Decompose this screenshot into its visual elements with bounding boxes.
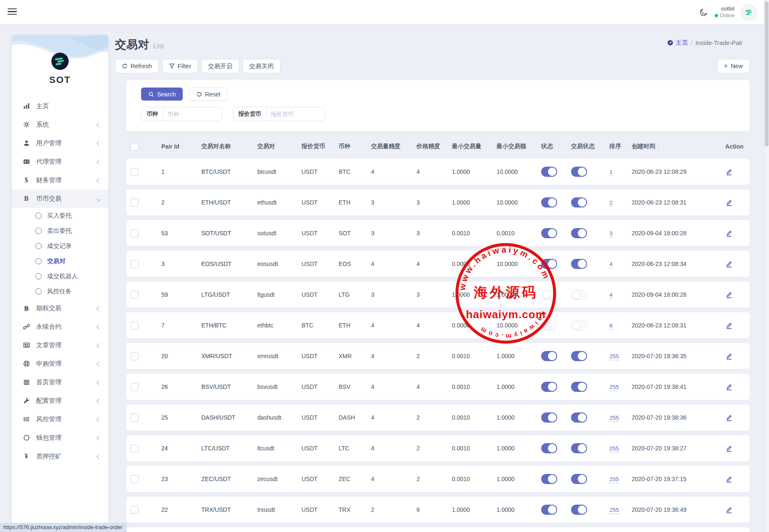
reset-button[interactable]: Reset	[189, 88, 228, 101]
sort-value-link[interactable]: 255	[609, 445, 619, 452]
sidebar-item[interactable]: 申购管理	[12, 354, 108, 373]
sidebar-item[interactable]: 永续合约	[12, 317, 108, 336]
row-checkbox[interactable]	[131, 475, 139, 483]
sort-value-link[interactable]: 255	[609, 384, 619, 391]
edit-icon[interactable]	[725, 291, 750, 298]
row-checkbox[interactable]	[131, 383, 139, 391]
quote-filter-input[interactable]	[267, 107, 325, 121]
sidebar-item[interactable]: 首页管理	[12, 373, 108, 391]
trade-status-toggle[interactable]	[571, 259, 587, 269]
select-all-checkbox[interactable]	[131, 143, 139, 151]
status-toggle[interactable]	[541, 443, 557, 453]
edit-icon[interactable]	[725, 506, 750, 513]
trade-status-toggle[interactable]	[571, 290, 587, 300]
status-toggle[interactable]	[541, 197, 557, 207]
row-checkbox[interactable]	[131, 229, 139, 237]
sort-value-link[interactable]: 255	[609, 415, 619, 422]
sort-value-link[interactable]: 2	[609, 200, 613, 207]
edit-icon[interactable]	[725, 444, 750, 452]
sort-value-link[interactable]: 255	[609, 507, 619, 514]
sidebar-item[interactable]: 钱包管理	[12, 428, 108, 447]
edit-icon[interactable]	[725, 352, 750, 360]
edit-icon[interactable]	[725, 229, 750, 237]
edit-icon[interactable]	[725, 475, 750, 483]
row-checkbox[interactable]	[131, 506, 139, 514]
sidebar-item[interactable]: 文章管理	[12, 336, 108, 354]
toolbar-button[interactable]: Filter	[162, 59, 198, 73]
row-checkbox[interactable]	[131, 352, 139, 360]
sort-arrow-icon[interactable]: ↑	[181, 144, 184, 150]
sidebar-item[interactable]: 配置管理	[12, 391, 108, 410]
edit-icon[interactable]	[725, 260, 750, 268]
row-checkbox[interactable]	[131, 260, 139, 268]
status-toggle[interactable]	[541, 382, 557, 392]
status-toggle[interactable]	[541, 351, 557, 361]
sidebar-subitem[interactable]: 卖出委托	[12, 223, 108, 238]
sidebar-item[interactable]: ¥质押挖矿	[12, 447, 108, 466]
edit-icon[interactable]	[725, 199, 750, 206]
search-button[interactable]: Search	[141, 88, 183, 101]
sort-value-link[interactable]: 4	[609, 292, 613, 299]
breadcrumb-home[interactable]: 主页	[667, 39, 688, 47]
new-button[interactable]: + New	[717, 59, 750, 73]
trade-status-toggle[interactable]	[571, 474, 587, 484]
sort-arrow-icon[interactable]: ↑	[657, 143, 660, 149]
sort-value-link[interactable]: 4	[609, 261, 613, 268]
user-block[interactable]: sotbit Online	[715, 5, 734, 19]
row-checkbox[interactable]	[131, 322, 139, 330]
row-checkbox[interactable]	[131, 199, 139, 207]
row-checkbox[interactable]	[131, 444, 139, 452]
trade-status-toggle[interactable]	[571, 228, 587, 238]
toolbar-button[interactable]: 交易关闭	[243, 59, 280, 73]
sidebar-item[interactable]: 系统	[12, 115, 108, 134]
row-checkbox[interactable]	[131, 414, 139, 422]
coin-filter-input[interactable]	[163, 107, 222, 121]
sidebar-item[interactable]: 用户管理	[12, 134, 108, 152]
status-toggle[interactable]	[541, 505, 557, 515]
sidebar-item[interactable]: ฿期权交易	[12, 299, 108, 317]
avatar[interactable]	[741, 4, 757, 21]
sidebar-subitem[interactable]: 成交记录	[12, 238, 108, 253]
edit-icon[interactable]	[725, 383, 750, 391]
sort-value-link[interactable]: 1	[609, 169, 613, 176]
status-toggle[interactable]	[541, 290, 557, 300]
trade-status-toggle[interactable]	[571, 167, 587, 177]
sort-value-link[interactable]: 6	[609, 322, 613, 330]
trade-status-toggle[interactable]	[571, 351, 587, 361]
trade-status-toggle[interactable]	[571, 382, 587, 392]
sidebar-subitem[interactable]: 风控任务	[12, 284, 108, 299]
status-toggle[interactable]	[541, 412, 557, 423]
trade-status-toggle[interactable]	[571, 443, 587, 453]
hamburger-icon[interactable]	[8, 8, 17, 16]
sidebar-item[interactable]: 代理管理	[12, 152, 108, 171]
sort-value-link[interactable]: 255	[609, 353, 619, 360]
moon-icon[interactable]	[699, 8, 708, 17]
trade-status-toggle[interactable]	[571, 320, 587, 330]
sidebar-subitem[interactable]: 成交机器人	[12, 269, 108, 284]
row-checkbox[interactable]	[131, 291, 139, 299]
sort-value-link[interactable]: 255	[609, 476, 619, 483]
sidebar-item[interactable]: 主页	[12, 97, 108, 115]
edit-icon[interactable]	[725, 168, 750, 176]
toolbar-button[interactable]: Refresh	[115, 59, 159, 73]
sidebar-item[interactable]: $财务管理	[12, 171, 108, 189]
sidebar-item[interactable]: B币币交易	[12, 189, 108, 208]
scrollbar-track[interactable]	[764, 0, 769, 532]
status-toggle[interactable]	[541, 167, 557, 177]
status-toggle[interactable]	[541, 474, 557, 484]
sidebar-subitem[interactable]: 交易对	[12, 253, 108, 269]
edit-icon[interactable]	[725, 322, 750, 329]
edit-icon[interactable]	[725, 414, 750, 421]
row-checkbox[interactable]	[131, 168, 139, 176]
scrollbar-thumb[interactable]	[765, 1, 769, 146]
trade-status-toggle[interactable]	[571, 505, 587, 515]
sort-value-link[interactable]: 3	[609, 230, 613, 237]
trade-status-toggle[interactable]	[571, 197, 587, 207]
status-toggle[interactable]	[541, 228, 557, 238]
sidebar-item[interactable]: 风控管理	[12, 410, 108, 428]
toolbar-button[interactable]: 交易开启	[201, 59, 239, 73]
status-toggle[interactable]	[541, 320, 557, 330]
trade-status-toggle[interactable]	[571, 412, 587, 423]
status-toggle[interactable]	[541, 259, 557, 269]
sidebar-subitem[interactable]: 买入委托	[12, 208, 108, 223]
